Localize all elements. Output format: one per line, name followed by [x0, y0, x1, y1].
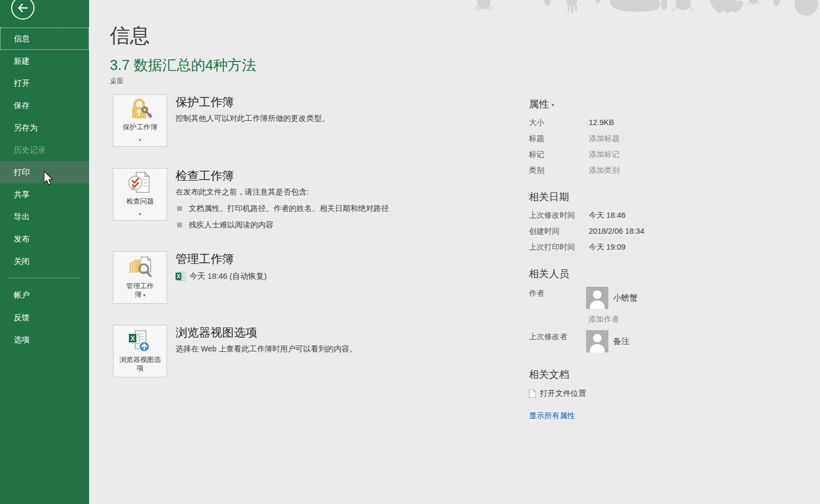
excel-file-icon: X: [176, 272, 186, 281]
browser-view-options-description: 选择在 Web 上查看此工作簿时用户可以看到的内容。: [176, 344, 357, 354]
add-author-field[interactable]: 添加作者: [588, 314, 752, 324]
author-avatar[interactable]: [586, 287, 608, 309]
sidebar-item-new[interactable]: 新建: [0, 50, 89, 72]
backstage-nav: 信息 新建 打开 保存 另存为 历史记录 打印 共享 导出 发布 关闭 帐户 反…: [0, 28, 89, 351]
document-location: 桌面: [110, 77, 820, 85]
protect-workbook-heading: 保护工作簿: [176, 95, 329, 110]
arrow-left-icon: [16, 2, 29, 14]
sidebar-item-history: 历史记录: [0, 139, 89, 161]
add-tag-field[interactable]: 添加标记: [589, 149, 620, 159]
browser-view-options-heading: 浏览器视图选项: [176, 325, 357, 340]
last-modified-by-row: 上次修改者 备注: [529, 330, 752, 352]
author-row: 作者 小螃蟹: [529, 287, 752, 309]
protect-workbook-info: 保护工作簿 控制其他人可以对此工作簿所做的更改类型。: [176, 94, 329, 147]
page-title: 信息: [110, 23, 820, 48]
inspect-document-icon: [127, 171, 153, 194]
manage-versions-icon: [127, 256, 153, 279]
document-properties-panel: 属性 大小 12.9KB 标题 添加标题 标记 添加标记 类别 添加类别 相关日…: [529, 98, 752, 421]
browser-view-options-info: 浏览器视图选项 选择在 Web 上查看此工作簿时用户可以看到的内容。: [176, 325, 357, 377]
sidebar-item-export[interactable]: 导出: [0, 206, 89, 228]
inspect-workbook-info: 检查工作簿 在发布此文件之前，请注意其是否包含: 文档属性、打印机路径、作者的姓…: [176, 168, 389, 230]
manage-workbook-button-label: 管理工作簿: [125, 282, 155, 299]
autorecover-version-text: 今天 18:46 (自动恢复): [189, 271, 267, 281]
date-row-created: 创建时间 2018/2/06 18:34: [529, 226, 752, 236]
document-icon: [529, 389, 536, 398]
sidebar-item-save-as[interactable]: 另存为: [0, 117, 89, 139]
property-value: 12.9KB: [589, 118, 614, 127]
add-title-field[interactable]: 添加标题: [589, 134, 620, 143]
property-row-size: 大小 12.9KB: [529, 118, 752, 127]
property-row-title: 标题 添加标题: [529, 134, 752, 143]
date-value: 2018/2/06 18:34: [589, 226, 644, 236]
dropdown-caret-icon: [549, 99, 554, 110]
protect-workbook-button[interactable]: 保护工作簿: [113, 94, 167, 147]
date-label: 创建时间: [529, 226, 589, 236]
sidebar-item-feedback[interactable]: 反馈: [0, 306, 89, 329]
sidebar-item-share[interactable]: 共享: [0, 183, 89, 206]
back-button[interactable]: [11, 0, 34, 20]
properties-heading[interactable]: 属性: [529, 98, 752, 111]
open-file-location-link[interactable]: 打开文件位置: [529, 388, 752, 399]
sidebar-item-save[interactable]: 保存: [0, 94, 89, 117]
sidebar-divider: [8, 278, 80, 278]
add-category-field[interactable]: 添加类别: [589, 165, 620, 175]
last-modified-by-name[interactable]: 备注: [613, 336, 630, 347]
protect-workbook-description: 控制其他人可以对此工作簿所做的更改类型。: [176, 113, 329, 123]
person-icon: [586, 287, 608, 309]
check-for-issues-button-label: 检查问题: [126, 197, 154, 206]
browser-view-icon: X: [128, 330, 152, 353]
manage-workbook-heading: 管理工作簿: [176, 252, 267, 267]
inspect-bullet-2-text: 残疾人士难以阅读的内容: [189, 220, 274, 230]
backstage-sidebar: 信息 新建 打开 保存 另存为 历史记录 打印 共享 导出 发布 关闭 帐户 反…: [0, 0, 89, 504]
protect-workbook-button-label: 保护工作簿: [123, 123, 158, 131]
dropdown-caret-icon: [142, 290, 146, 298]
square-bullet-icon: [177, 223, 182, 227]
author-name[interactable]: 小螃蟹: [613, 293, 638, 304]
show-all-properties-link[interactable]: 显示所有属性: [529, 411, 752, 421]
open-file-location-label: 打开文件位置: [540, 388, 586, 399]
date-value: 今天 19:09: [589, 242, 625, 252]
related-dates-heading: 相关日期: [529, 190, 752, 204]
document-title: 3.7 数据汇总的4种方法: [110, 56, 820, 74]
svg-text:X: X: [130, 335, 135, 342]
date-label: 上次打印时间: [529, 242, 589, 252]
svg-text:X: X: [177, 273, 180, 279]
property-label: 标题: [529, 134, 589, 143]
dropdown-caret-icon: [139, 208, 142, 218]
sidebar-item-open[interactable]: 打开: [0, 72, 89, 94]
browser-view-options-button[interactable]: X 浏览器视图选项: [113, 325, 167, 377]
dropdown-caret-icon: [139, 134, 142, 144]
related-people-heading: 相关人员: [529, 267, 752, 281]
inspect-bullet-2: 残疾人士难以阅读的内容: [176, 220, 389, 230]
person-icon: [586, 330, 608, 352]
date-row-printed: 上次打印时间 今天 19:09: [529, 242, 752, 252]
author-label: 作者: [529, 287, 586, 309]
sidebar-item-options[interactable]: 选项: [0, 329, 89, 351]
autorecover-version-item[interactable]: X 今天 18:46 (自动恢复): [176, 271, 267, 281]
inspect-bullet-1: 文档属性、打印机路径、作者的姓名、相关日期和绝对路径: [176, 204, 389, 214]
inspect-workbook-heading: 检查工作簿: [176, 169, 389, 183]
property-label: 大小: [529, 118, 589, 127]
manage-workbook-button[interactable]: 管理工作簿: [113, 251, 167, 304]
square-bullet-icon: [177, 206, 182, 211]
last-modified-by-label: 上次修改者: [529, 330, 586, 352]
sidebar-item-account[interactable]: 帐户: [0, 284, 89, 306]
property-label: 标记: [529, 149, 589, 159]
date-value: 今天 18:46: [589, 210, 625, 220]
sidebar-item-publish[interactable]: 发布: [0, 228, 89, 250]
last-modified-by-avatar[interactable]: [586, 330, 608, 352]
inspect-bullet-1-text: 文档属性、打印机路径、作者的姓名、相关日期和绝对路径: [189, 204, 389, 214]
sidebar-item-info[interactable]: 信息: [0, 28, 89, 50]
date-label: 上次修改时间: [529, 210, 589, 220]
sidebar-item-close[interactable]: 关闭: [0, 250, 89, 272]
property-row-tags: 标记 添加标记: [529, 149, 752, 159]
property-label: 类别: [529, 165, 589, 175]
date-row-modified: 上次修改时间 今天 18:46: [529, 210, 752, 220]
check-for-issues-button[interactable]: 检查问题: [113, 168, 167, 220]
mouse-cursor: [43, 171, 56, 187]
related-documents-heading: 相关文档: [529, 368, 752, 382]
excel-backstage-info-page: { "sidebar": { "items": [ {"label": "信息"…: [0, 0, 820, 504]
browser-view-options-button-label: 浏览器视图选项: [119, 356, 161, 373]
inspect-workbook-description: 在发布此文件之前，请注意其是否包含:: [176, 187, 389, 197]
lock-key-icon: [128, 98, 152, 120]
